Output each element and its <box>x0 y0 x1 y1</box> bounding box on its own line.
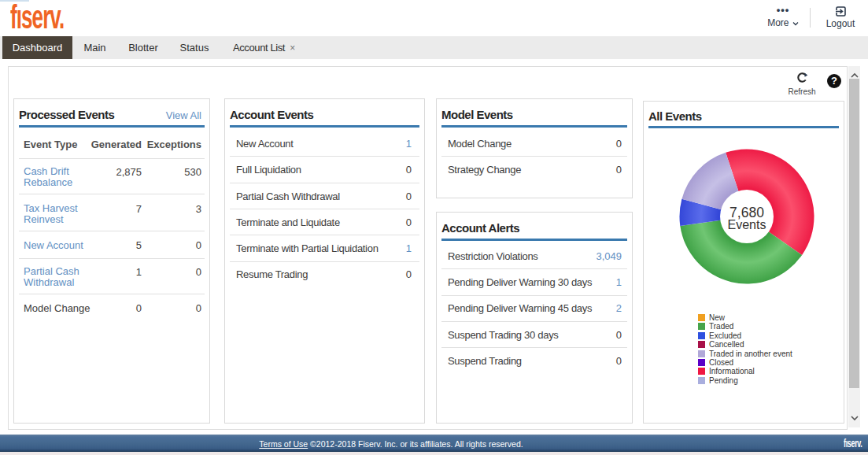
svg-text:Events: Events <box>728 218 766 231</box>
svg-text:fıserv.: fıserv. <box>10 2 64 31</box>
svg-text:fıserv.: fıserv. <box>844 438 862 449</box>
